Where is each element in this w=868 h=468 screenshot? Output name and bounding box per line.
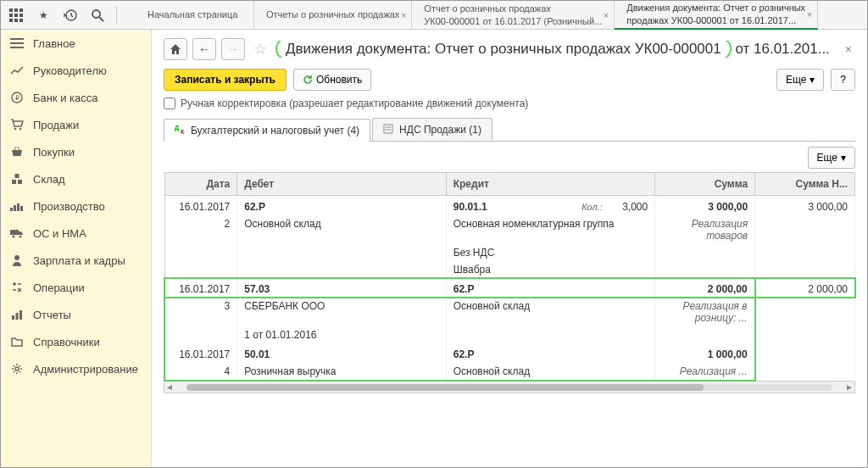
tab-reports[interactable]: Отчеты о розничных продажах ×: [254, 1, 412, 30]
cell-debit-account: 62.Р: [237, 196, 446, 216]
horizontal-scrollbar[interactable]: ◄ ►: [164, 382, 855, 393]
sidebar-item-main[interactable]: Главное: [1, 30, 151, 57]
table-row[interactable]: 16.01.2017 50.01 62.Р 1 000,00: [164, 343, 855, 363]
svg-rect-3: [9, 14, 13, 17]
table-row[interactable]: 3 СБЕРБАНК ООО Основной склад Реализация…: [164, 298, 855, 326]
ruble-icon: ₽: [9, 91, 25, 104]
sidebar-item-reports[interactable]: Отчеты: [1, 301, 151, 328]
table-row[interactable]: 1 от 01.01.2016: [164, 326, 855, 343]
sidebar-item-sales[interactable]: Продажи: [1, 111, 151, 138]
history-icon[interactable]: [62, 7, 79, 24]
search-icon[interactable]: [89, 7, 106, 24]
close-icon[interactable]: ×: [604, 8, 609, 20]
cell-credit-sub1: Основной склад: [446, 363, 654, 381]
cell-credit-account: 62.Р: [446, 278, 654, 298]
table-more-button[interactable]: Еще ▾: [808, 147, 855, 169]
tab-label: Отчеты о розничных продажах: [266, 8, 399, 20]
save-close-button[interactable]: Записать и закрыть: [164, 69, 287, 91]
svg-text:Д: Д: [175, 125, 179, 131]
table-row[interactable]: 2 Основной склад Основная номенклатурная…: [164, 215, 855, 244]
tab-label-2: УК00-000001 от 16.01.2017 (Розничный...: [424, 15, 602, 27]
sidebar-item-directories[interactable]: Справочники: [1, 328, 151, 355]
sidebar-item-production[interactable]: Производство: [1, 192, 151, 220]
sidebar-item-bank[interactable]: ₽ Банк и касса: [1, 84, 151, 111]
svg-point-17: [14, 128, 17, 131]
svg-rect-22: [10, 208, 13, 211]
action-bar: Записать и закрыть Обновить Еще ▾ ?: [164, 69, 855, 91]
cell-sum: 2 000,00: [655, 278, 755, 298]
manual-edit-row: Ручная корректировка (разрешает редактир…: [164, 98, 855, 109]
table-toolbar: Еще ▾: [164, 147, 855, 169]
sidebar-item-label: Банк и касса: [33, 92, 98, 104]
forward-button[interactable]: →: [221, 38, 245, 60]
back-button[interactable]: ←: [192, 38, 216, 60]
table-row[interactable]: 16.01.2017 57.03 62.Р 2 000,00 2 000,00: [164, 278, 855, 298]
tab-retail-report[interactable]: Отчет о розничных продажах УК00-000001 о…: [412, 1, 615, 30]
apps-icon[interactable]: [8, 7, 25, 24]
sidebar-item-label: Отчеты: [33, 309, 71, 321]
sidebar-item-admin[interactable]: Администрирование: [1, 355, 151, 382]
svg-point-18: [19, 128, 22, 131]
col-date[interactable]: Дата: [164, 173, 237, 196]
tab-start[interactable]: Начальная страница: [136, 1, 254, 30]
scroll-thumb[interactable]: [186, 384, 704, 391]
subtab-vat[interactable]: НДС Продажи (1): [372, 118, 492, 141]
svg-rect-0: [9, 8, 13, 12]
svg-rect-36: [12, 315, 14, 320]
sidebar-item-warehouse[interactable]: Склад: [1, 165, 151, 192]
svg-rect-12: [10, 38, 24, 40]
chevron-down-icon: ▾: [810, 74, 815, 86]
manual-edit-label: Ручная корректировка (разрешает редактир…: [181, 98, 528, 109]
cell-credit-sub1: Основная номенклатурная группа: [446, 215, 654, 244]
refresh-button[interactable]: Обновить: [293, 69, 371, 91]
scroll-track[interactable]: [186, 384, 832, 391]
sidebar-item-payroll[interactable]: Зарплата и кадры: [1, 247, 151, 274]
svg-rect-13: [10, 42, 24, 44]
close-icon[interactable]: ×: [401, 8, 406, 20]
gear-icon: [9, 362, 25, 376]
close-icon[interactable]: ×: [807, 8, 812, 20]
svg-rect-4: [14, 14, 18, 17]
cart-icon: [9, 118, 25, 131]
col-sum[interactable]: Сумма: [655, 173, 755, 196]
table-body: 16.01.2017 62.Р 90.01.1Кол.: 3,000 3 000…: [164, 196, 855, 382]
cell-debit-sub1: Основной склад: [237, 215, 446, 244]
subtab-accounting[interactable]: ДК Бухгалтерский и налоговый учет (4): [164, 119, 370, 142]
star-icon[interactable]: ★: [35, 7, 52, 24]
table-row[interactable]: Швабра: [164, 261, 855, 278]
tab-label-1: Движения документа: Отчет о розничных: [626, 2, 805, 14]
table-row[interactable]: 4 Розничная выручка Основной склад Реали…: [164, 363, 855, 381]
svg-line-11: [99, 17, 103, 21]
cell-sum-n: [755, 343, 855, 363]
sub-tabs: ДК Бухгалтерский и налоговый учет (4) НД…: [164, 118, 855, 142]
col-credit[interactable]: Кредит: [446, 173, 654, 196]
truck-icon: [9, 226, 25, 240]
cell-credit-sub1: Основной склад: [446, 298, 654, 326]
sidebar-item-operations[interactable]: Операции: [1, 274, 151, 301]
svg-rect-5: [19, 14, 23, 17]
chevron-down-icon: ▾: [841, 152, 846, 164]
cell-num: 2: [164, 215, 237, 244]
sidebar-item-purchases[interactable]: Покупки: [1, 138, 151, 165]
table-row[interactable]: Без НДС: [164, 244, 855, 261]
scroll-right-icon[interactable]: ►: [844, 382, 854, 392]
cell-debit-account: 50.01: [237, 343, 446, 363]
col-sum-n[interactable]: Сумма Н...: [755, 173, 855, 196]
cell-debit-sub1: Розничная выручка: [237, 363, 446, 381]
sidebar-item-label: Операции: [33, 281, 85, 294]
tab-movements[interactable]: Движения документа: Отчет о розничных пр…: [615, 1, 818, 30]
col-debit[interactable]: Дебет: [237, 173, 446, 196]
home-button[interactable]: [164, 38, 187, 60]
manual-edit-checkbox[interactable]: [164, 98, 175, 109]
factory-icon: [9, 199, 25, 213]
close-icon[interactable]: ×: [842, 42, 855, 56]
table-row[interactable]: 16.01.2017 62.Р 90.01.1Кол.: 3,000 3 000…: [164, 196, 855, 216]
favorite-icon[interactable]: ☆: [253, 40, 267, 58]
more-button[interactable]: Еще ▾: [776, 69, 824, 91]
separator: [116, 6, 117, 25]
operations-icon: [9, 281, 25, 294]
help-button[interactable]: ?: [831, 69, 855, 91]
scroll-left-icon[interactable]: ◄: [164, 382, 175, 392]
sidebar-item-assets[interactable]: ОС и НМА: [1, 220, 151, 247]
sidebar-item-manager[interactable]: Руководителю: [1, 57, 151, 84]
